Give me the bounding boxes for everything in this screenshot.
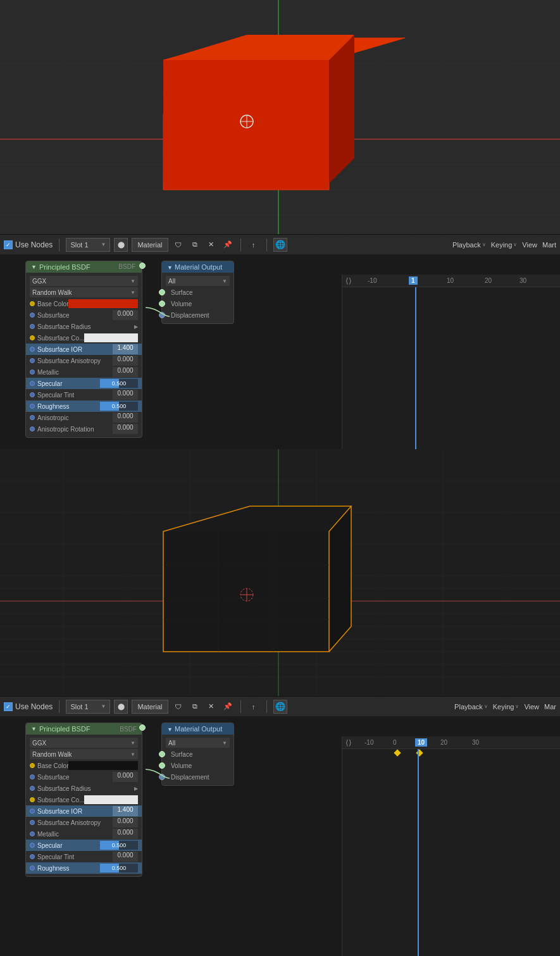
checkbox-icon[interactable]: ✓: [4, 240, 13, 249]
collapse-icon-bottom[interactable]: ⟨⟩: [345, 738, 352, 747]
base-color-row-bottom[interactable]: Base Color: [26, 760, 142, 771]
anisotropic-row[interactable]: Anisotropic 0.000: [26, 412, 142, 423]
viewport-bottom[interactable]: [0, 449, 560, 696]
specular-bar-bottom[interactable]: 0.500: [100, 841, 138, 850]
frame-20-bottom: 20: [440, 739, 447, 746]
base-color-swatch-bottom[interactable]: [68, 761, 138, 770]
subsurface-aniso-value-bottom[interactable]: 0.000: [113, 817, 138, 828]
principled-bsdf-node-bottom[interactable]: ▼ Principled BSDF BSDF GGX ▼ Random Walk…: [25, 723, 142, 877]
target-dropdown-row-bottom[interactable]: All ▼: [162, 737, 233, 748]
sphere-icon[interactable]: ⬤: [114, 238, 128, 252]
frame-minus10-bottom: -10: [364, 739, 373, 746]
subsurface-aniso-value[interactable]: 0.000: [113, 356, 138, 366]
specular-row-bottom[interactable]: Specular 0.500: [26, 840, 142, 851]
subsurface-radius-row-bottom[interactable]: Subsurface Radius ▶: [26, 783, 142, 794]
subsurface-ior-socket-bottom: [30, 809, 35, 814]
close-icon[interactable]: ✕: [205, 239, 218, 251]
view-menu-bottom[interactable]: View: [524, 703, 539, 711]
arrow-up-icon-bottom[interactable]: ↑: [247, 700, 260, 713]
world-icon-bottom[interactable]: 🌐: [273, 700, 287, 714]
view-menu[interactable]: View: [522, 241, 537, 249]
anisotropic-value[interactable]: 0.000: [113, 413, 138, 423]
node-header-principled: ▼ Principled BSDF BSDF: [26, 261, 142, 273]
subsurface-aniso-row[interactable]: Subsurface Anisotropy 0.000: [26, 355, 142, 366]
collapse-icon[interactable]: ⟨⟩: [345, 276, 352, 285]
roughness-bar-bottom[interactable]: 0.500: [100, 864, 138, 872]
sphere-icon-bottom[interactable]: ⬤: [114, 700, 128, 714]
subsurface-ior-value[interactable]: 1.400: [113, 344, 138, 354]
subsurface-color-swatch-bottom[interactable]: [84, 795, 138, 804]
subsurface-ior-row-bottom[interactable]: Subsurface IOR 1.400: [26, 805, 142, 817]
subsurface-ior-row[interactable]: Subsurface IOR 1.400: [26, 344, 142, 355]
specular-bar[interactable]: 0.500: [100, 379, 138, 388]
keying-menu-bottom[interactable]: Keying ∨: [493, 703, 520, 711]
subsurface-aniso-row-bottom[interactable]: Subsurface Anisotropy 0.000: [26, 817, 142, 828]
close-icon-bottom[interactable]: ✕: [205, 700, 218, 713]
metallic-row-bottom[interactable]: Metallic 0.000: [26, 828, 142, 840]
timeline-bottom: ⟨⟩ -10 0 10 20 30: [342, 736, 560, 956]
roughness-row[interactable]: Roughness 0.500: [26, 400, 142, 412]
frame-30-bottom: 30: [472, 739, 479, 746]
subsurface-ior-socket: [30, 347, 35, 352]
subsurface-color-row[interactable]: Subsurface Co...: [26, 332, 142, 344]
slot-dropdown[interactable]: Slot 1 ▼: [66, 238, 110, 252]
specular-tint-value[interactable]: 0.000: [113, 390, 138, 400]
specular-socket-bottom: [30, 843, 35, 848]
specular-tint-row-bottom[interactable]: Specular Tint 0.000: [26, 851, 142, 862]
checkbox-icon-bottom[interactable]: ✓: [4, 702, 13, 711]
markers-menu[interactable]: Mart: [542, 241, 556, 249]
subsurface-color-swatch[interactable]: [84, 333, 138, 342]
playback-menu[interactable]: Playback ∨: [452, 241, 486, 249]
distribution-row[interactable]: GGX ▼: [26, 275, 142, 287]
subsurface-method-row[interactable]: Random Walk ▼: [26, 287, 142, 298]
pin-icon-bottom[interactable]: 📌: [221, 700, 234, 713]
subsurface-row-bottom[interactable]: Subsurface 0.000: [26, 771, 142, 783]
base-color-row[interactable]: Base Color: [26, 298, 142, 309]
slot-dropdown-bottom[interactable]: Slot 1 ▼: [66, 700, 110, 714]
specular-tint-row[interactable]: Specular Tint 0.000: [26, 389, 142, 400]
viewport-top[interactable]: [0, 0, 560, 234]
markers-menu-bottom[interactable]: Mar: [544, 703, 556, 711]
roughness-bar[interactable]: 0.500: [100, 402, 138, 411]
use-nodes-checkbox[interactable]: ✓ Use Nodes: [4, 240, 53, 249]
anisotropic-rotation-row[interactable]: Anisotropic Rotation 0.000: [26, 423, 142, 435]
subsurface-radius-row[interactable]: Subsurface Radius ▶: [26, 321, 142, 332]
subsurface-row[interactable]: Subsurface 0.000: [26, 309, 142, 321]
anisotropic-rot-value[interactable]: 0.000: [113, 424, 138, 434]
specular-row[interactable]: Specular 0.500: [26, 378, 142, 389]
metallic-value[interactable]: 0.000: [113, 367, 138, 377]
separator-b1: [59, 700, 59, 713]
material-output-node-top[interactable]: ▼ Material Output All ▼ Surface: [161, 261, 234, 324]
target-dropdown-row[interactable]: All ▼: [162, 275, 233, 287]
material-output-node-bottom[interactable]: ▼ Material Output All ▼ Surface Volume: [161, 723, 234, 786]
world-icon[interactable]: 🌐: [273, 238, 287, 252]
subsurface-value-bottom[interactable]: 0.000: [113, 772, 138, 782]
use-nodes-checkbox-bottom[interactable]: ✓ Use Nodes: [4, 702, 53, 711]
metallic-value-bottom[interactable]: 0.000: [113, 829, 138, 839]
shield-icon[interactable]: 🛡: [172, 239, 185, 251]
subsurface-color-row-bottom[interactable]: Subsurface Co...: [26, 794, 142, 805]
pin-icon[interactable]: 📌: [221, 239, 234, 251]
copy-icon[interactable]: ⧉: [189, 239, 201, 251]
metallic-socket: [30, 369, 35, 375]
principled-bsdf-node-top[interactable]: ▼ Principled BSDF BSDF GGX ▼ Random Walk: [25, 261, 142, 438]
shield-icon-bottom[interactable]: 🛡: [172, 700, 185, 713]
copy-icon-bottom[interactable]: ⧉: [189, 700, 201, 713]
subsurface-value[interactable]: 0.000: [113, 310, 138, 320]
anisotropic-socket: [30, 415, 35, 420]
metallic-socket-bottom: [30, 831, 35, 836]
keying-menu[interactable]: Keying ∨: [491, 241, 518, 249]
material-name[interactable]: Material: [132, 238, 168, 252]
roughness-row-bottom[interactable]: Roughness 0.500: [26, 862, 142, 874]
playback-menu-bottom[interactable]: Playback ∨: [454, 703, 488, 711]
bsdf-output-socket-bottom: [139, 724, 146, 731]
material-name-bottom[interactable]: Material: [132, 700, 168, 714]
arrow-up-icon[interactable]: ↑: [247, 239, 260, 251]
subsurface-method-row-bottom[interactable]: Random Walk ▼: [26, 748, 142, 760]
distribution-row-bottom[interactable]: GGX ▼: [26, 737, 142, 748]
base-color-swatch[interactable]: [68, 299, 138, 308]
metallic-row[interactable]: Metallic 0.000: [26, 366, 142, 378]
specular-tint-value-bottom[interactable]: 0.000: [113, 852, 138, 862]
subsurface-ior-value-bottom[interactable]: 1.400: [113, 806, 138, 816]
bsdf-output-socket: [139, 263, 146, 269]
